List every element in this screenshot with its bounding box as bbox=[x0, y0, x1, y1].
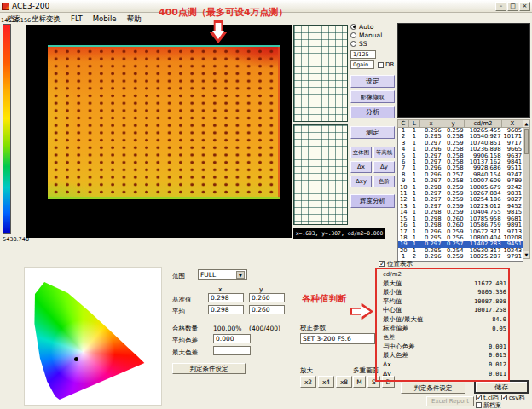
reference-y-field[interactable]: 0.260 bbox=[249, 293, 285, 302]
annotation-top-text: 400点测（最多可设4万点测） bbox=[159, 6, 288, 19]
table-row[interactable]: 110.2960.25910265.4559605 bbox=[398, 128, 523, 135]
app-icon bbox=[2, 3, 9, 10]
table-scrollbar[interactable]: ▲ ▼ bbox=[523, 119, 530, 259]
column-header[interactable]: L bbox=[409, 120, 420, 128]
scroll-up-icon[interactable]: ▲ bbox=[523, 120, 529, 128]
file-option-checkbox[interactable] bbox=[476, 402, 482, 408]
table-cell: 9637 bbox=[502, 153, 523, 159]
close-button[interactable]: × bbox=[519, 2, 530, 11]
avg-color-diff-field[interactable]: 0.000 bbox=[213, 334, 251, 343]
dr-checkbox-row[interactable]: DR bbox=[378, 60, 394, 69]
table-row[interactable]: 1910.2970.25711402.2839451 bbox=[398, 241, 523, 247]
table-cell: 1 bbox=[409, 165, 420, 171]
table-row[interactable]: 510.2970.2589906.1589637 bbox=[398, 153, 523, 159]
table-row[interactable]: 1710.2960.25910672.3719713 bbox=[398, 229, 523, 235]
table-row[interactable]: 120.2960.25910025.2879791 bbox=[398, 254, 523, 261]
menu-item[interactable]: 坐标变换 bbox=[26, 14, 66, 24]
menu-item[interactable]: Mobile bbox=[88, 14, 122, 24]
table-row[interactable]: 910.2970.25810007.6099789 bbox=[398, 178, 523, 184]
column-header[interactable]: C bbox=[398, 120, 409, 128]
multi-view-s-button[interactable]: S bbox=[367, 376, 380, 388]
save-button[interactable]: 储存 bbox=[474, 380, 529, 394]
color-levels-button[interactable]: 色阶 bbox=[373, 176, 395, 187]
table-row[interactable]: 1810.2950.25610800.40410208 bbox=[398, 235, 523, 241]
image-capture-button[interactable]: 影像撷取 bbox=[350, 90, 395, 103]
table-row[interactable]: 310.2970.25910740.8519717 bbox=[398, 141, 523, 147]
file-option-新档案[interactable]: 新档案 bbox=[476, 401, 501, 409]
multi-view-m-button[interactable]: M bbox=[353, 376, 366, 388]
delta-y-button[interactable]: Δy bbox=[373, 161, 395, 173]
dr-checkbox[interactable] bbox=[378, 62, 384, 68]
minimize-button[interactable]: – bbox=[495, 2, 506, 11]
zoom-x2-button[interactable]: x2 bbox=[300, 376, 316, 388]
file-option-checkbox[interactable] bbox=[476, 395, 482, 400]
zoom-x8-button[interactable]: x8 bbox=[336, 376, 352, 388]
table-row[interactable]: 2010.2950.25410630.31710243 bbox=[398, 248, 523, 254]
table-row[interactable]: 1410.2980.25910404.7559815 bbox=[398, 210, 523, 216]
table-row[interactable]: 1210.2970.25910254.1869827 bbox=[398, 197, 523, 203]
column-header[interactable]: y bbox=[442, 120, 465, 128]
table-row[interactable]: 1110.2970.25910267.8849831 bbox=[398, 191, 523, 197]
table-cell: 1 bbox=[398, 128, 409, 135]
table-row[interactable]: 1610.2980.26010586.7599891 bbox=[398, 222, 523, 228]
column-header[interactable]: cd/m2 bbox=[465, 120, 502, 128]
table-cell: 10404.755 bbox=[465, 210, 502, 216]
analyze-button[interactable]: 分析 bbox=[350, 106, 395, 118]
capture-mode-auto[interactable]: Auto bbox=[350, 22, 395, 31]
table-cell: 0.257 bbox=[442, 241, 465, 247]
delta-xy-button[interactable]: Δxy bbox=[350, 176, 372, 187]
table-cell: 0.258 bbox=[442, 159, 465, 165]
column-header[interactable]: X bbox=[502, 120, 523, 128]
table-cell: 10236.898 bbox=[465, 147, 502, 153]
judge-condition-button-2[interactable]: 判定条件设定 bbox=[401, 383, 466, 394]
settings-button[interactable]: 设定 bbox=[350, 75, 395, 88]
table-row[interactable]: 1510.2980.26010785.9589681 bbox=[398, 216, 523, 222]
max-color-diff-field[interactable] bbox=[213, 346, 251, 355]
menu-item[interactable]: 帮助 bbox=[122, 14, 147, 24]
table-row[interactable]: 410.2960.25810236.8989665 bbox=[398, 147, 523, 153]
luminance-map-display[interactable] bbox=[26, 25, 292, 238]
luminance-analysis-button[interactable]: 辉度分析 bbox=[350, 194, 395, 208]
table-row[interactable]: 610.2970.25810137.1629841 bbox=[398, 159, 523, 165]
file-format-options: t.cl档csv档新档案 bbox=[476, 394, 532, 409]
scroll-thumb[interactable] bbox=[524, 129, 529, 154]
multi-view-d-button[interactable]: D bbox=[382, 376, 395, 388]
capture-mode-ss[interactable]: SS bbox=[350, 39, 395, 48]
calibration-value-field[interactable]: SET 3-200 FS.6 bbox=[300, 333, 375, 344]
chevron-down-icon[interactable]: ▼ bbox=[236, 271, 245, 279]
judge-condition-button[interactable]: 判定条件设定 bbox=[172, 363, 246, 374]
table-row[interactable]: 1010.2980.25910085.6799242 bbox=[398, 185, 523, 191]
table-cell: 0.258 bbox=[442, 153, 465, 159]
table-cell: 0.259 bbox=[442, 229, 465, 235]
average-y-field[interactable]: 0.260 bbox=[249, 305, 285, 314]
stat-value: 0.001 bbox=[489, 343, 506, 352]
stat-row: 标准偏差0.05 bbox=[383, 325, 506, 334]
stats-section-title: cd/m2 bbox=[383, 270, 506, 279]
view-3d-button[interactable]: 立体图 bbox=[350, 147, 372, 158]
table-row[interactable]: 710.2960.2589928.6869511 bbox=[398, 165, 523, 171]
reference-x-field[interactable]: 0.298 bbox=[208, 293, 244, 302]
table-row[interactable]: 1310.2970.25910223.0129452 bbox=[398, 204, 523, 210]
measure-button[interactable]: 测定 bbox=[350, 126, 395, 139]
capture-mode-manual[interactable]: Manual bbox=[350, 31, 395, 39]
cie-diagram-panel bbox=[24, 267, 162, 406]
measurement-table[interactable]: CLxycd/m2X 110.2960.25910265.4559605210.… bbox=[397, 119, 523, 262]
zoom-x4-button[interactable]: x4 bbox=[318, 376, 334, 388]
position-display-checkbox[interactable] bbox=[379, 261, 385, 267]
stats-section-title: 色差 bbox=[383, 333, 506, 343]
file-option-csv档[interactable]: csv档 bbox=[501, 394, 525, 401]
file-option-checkbox[interactable] bbox=[501, 395, 507, 400]
position-display-row[interactable]: 位置表示 bbox=[379, 260, 413, 268]
maximize-button[interactable]: □ bbox=[507, 2, 518, 11]
gain-field[interactable]: 0gain bbox=[350, 60, 374, 69]
delta-x-button[interactable]: Δx bbox=[350, 161, 372, 173]
menu-item[interactable]: FLT bbox=[66, 14, 88, 24]
contour-button[interactable]: 等高线 bbox=[373, 147, 395, 158]
table-row[interactable]: 810.2960.2579840.1549247 bbox=[398, 172, 523, 178]
scroll-down-icon[interactable]: ▼ bbox=[523, 251, 529, 258]
shutter-field[interactable]: 1/125 bbox=[350, 50, 376, 59]
average-x-field[interactable]: 0.298 bbox=[208, 305, 244, 314]
column-header[interactable]: x bbox=[420, 120, 442, 128]
table-row[interactable]: 210.2950.25810540.92710171 bbox=[398, 134, 523, 140]
range-select[interactable]: FULL ▼ bbox=[198, 269, 247, 280]
